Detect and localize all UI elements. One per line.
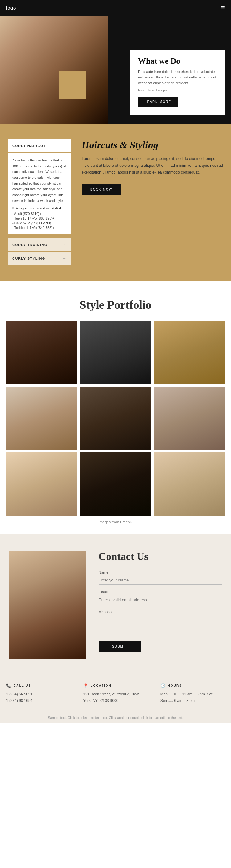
services-description: Lorem ipsum dolor sit amet, consectetur … bbox=[82, 156, 223, 176]
tab-curly-styling[interactable]: CURLY STYLING → bbox=[8, 252, 71, 265]
footer-phone-2: 1 (234) 987-654 bbox=[6, 698, 71, 704]
footer-call-title: 📞 CALL US bbox=[6, 683, 71, 688]
bottom-bar: Sample text. Click to select the text bo… bbox=[0, 712, 231, 723]
contact-form-container: Contact Us Name Email Message SUBMIT bbox=[99, 551, 222, 652]
portfolio-item-3 bbox=[154, 321, 225, 384]
message-label: Message bbox=[99, 610, 222, 614]
portfolio-item-4 bbox=[6, 386, 77, 450]
tab-curly-training[interactable]: CURLY TRAINING → bbox=[8, 238, 71, 251]
portfolio-item-1 bbox=[6, 321, 77, 384]
learn-more-button[interactable]: LEARN MORE bbox=[138, 97, 178, 106]
portfolio-item-6 bbox=[154, 386, 225, 450]
footer-address-2: York, NY 92103-9000 bbox=[83, 698, 148, 704]
contact-title: Contact Us bbox=[99, 551, 222, 562]
tab-curly-haircut[interactable]: CURLY HAIRCUT → bbox=[8, 139, 71, 152]
name-input[interactable] bbox=[99, 576, 222, 585]
price-item-3: - Child 5-12 y/o ($60-$90)+ bbox=[12, 221, 66, 225]
clock-icon: 🕐 bbox=[160, 683, 166, 688]
portfolio-item-8 bbox=[80, 453, 151, 516]
tab-arrow-styling: → bbox=[62, 256, 66, 261]
footer-location-title: 📍 LOCATION bbox=[83, 683, 148, 688]
navbar: logo ≡ bbox=[0, 0, 231, 16]
email-input[interactable] bbox=[99, 596, 222, 604]
menu-icon[interactable]: ≡ bbox=[221, 4, 225, 12]
footer-location: 📍 LOCATION 121 Rock Street, 21 Avenue, N… bbox=[77, 676, 154, 712]
submit-button[interactable]: SUBMIT bbox=[99, 641, 141, 652]
hero-content-box: What we Do Duis aute irure dolor in repr… bbox=[130, 50, 226, 115]
hero-title: What we Do bbox=[138, 57, 218, 66]
portfolio-item-5 bbox=[80, 386, 151, 450]
footer-call-us: 📞 CALL US 1 (234) 567-891, 1 (234) 987-6… bbox=[0, 676, 77, 712]
contact-section: Contact Us Name Email Message SUBMIT bbox=[0, 534, 231, 676]
contact-photo bbox=[9, 551, 86, 659]
tab-label-training: CURLY TRAINING bbox=[12, 243, 47, 247]
portfolio-image-credit: Images from Freepik bbox=[6, 520, 225, 524]
service-detail-panel: A dry haircutting technique that is 100%… bbox=[8, 153, 71, 234]
book-now-button[interactable]: BOOK NOW bbox=[82, 184, 121, 195]
portfolio-item-9 bbox=[154, 453, 225, 516]
bottom-text: Sample text. Click to select the text bo… bbox=[48, 716, 183, 719]
footer-phone-1: 1 (234) 567-891, bbox=[6, 691, 71, 698]
hero-accent bbox=[59, 71, 86, 99]
price-item-4: - Toddler 1-4 y/o ($40-$55)+ bbox=[12, 226, 66, 229]
footer-address-1: 121 Rock Street, 21 Avenue, New bbox=[83, 691, 148, 698]
price-item-2: - Teen 13-17 y/o ($65-$95)+ bbox=[12, 216, 66, 220]
name-label: Name bbox=[99, 570, 222, 575]
message-input[interactable] bbox=[99, 615, 222, 631]
tab-arrow-haircut: → bbox=[62, 143, 66, 148]
hero-section: What we Do Duis aute irure dolor in repr… bbox=[0, 16, 231, 124]
portfolio-title: Style Portfolio bbox=[6, 298, 225, 312]
footer-hours-2: Sun ..... 6 am – 8 pm bbox=[160, 698, 225, 704]
portfolio-item-2 bbox=[80, 321, 151, 384]
services-title: Haircuts & Styling bbox=[82, 139, 223, 151]
tab-arrow-training: → bbox=[62, 242, 66, 247]
portfolio-grid bbox=[6, 321, 225, 516]
portfolio-item-7 bbox=[6, 453, 77, 516]
service-detail-text: A dry haircutting technique that is 100%… bbox=[12, 157, 66, 204]
nav-logo: logo bbox=[6, 5, 16, 10]
services-tabs: CURLY HAIRCUT → A dry haircutting techni… bbox=[8, 139, 71, 266]
footer-hours-1: Mon – Fri .... 11 am – 8 pm, Sat, bbox=[160, 691, 225, 698]
price-item-1: - Adult ($70-$110)+ bbox=[12, 212, 66, 216]
tab-label-haircut: CURLY HAIRCUT bbox=[12, 144, 46, 148]
portfolio-section: Style Portfolio Images from Freepik bbox=[0, 281, 231, 534]
footer-info: 📞 CALL US 1 (234) 567-891, 1 (234) 987-6… bbox=[0, 676, 231, 712]
footer-hours: 🕐 HOURS Mon – Fri .... 11 am – 8 pm, Sat… bbox=[154, 676, 231, 712]
hero-image-credit: Image from Freepik bbox=[138, 88, 218, 92]
footer-hours-title: 🕐 HOURS bbox=[160, 683, 225, 688]
pricing-title: Pricing varies based on stylist: bbox=[12, 206, 66, 210]
services-section: CURLY HAIRCUT → A dry haircutting techni… bbox=[0, 124, 231, 281]
tab-label-styling: CURLY STYLING bbox=[12, 257, 45, 260]
email-label: Email bbox=[99, 590, 222, 594]
hero-image bbox=[0, 16, 108, 124]
phone-icon: 📞 bbox=[6, 683, 12, 688]
services-content: Haircuts & Styling Lorem ipsum dolor sit… bbox=[82, 139, 223, 266]
location-icon: 📍 bbox=[83, 683, 89, 688]
hero-description: Duis aute irure dolor in reprehenderit i… bbox=[138, 69, 218, 86]
